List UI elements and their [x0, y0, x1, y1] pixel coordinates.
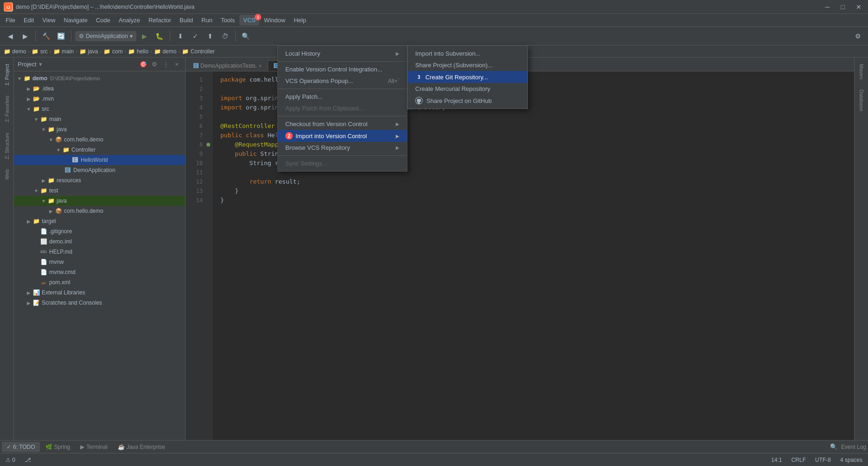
- tree-mvnw[interactable]: ▶ 📄 mvnw: [14, 257, 185, 267]
- status-git-branch[interactable]: ⎇: [23, 456, 33, 464]
- share-project-subversion[interactable]: Share Project (Subversion)...: [408, 59, 527, 71]
- right-tab-maven[interactable]: Maven: [856, 59, 867, 84]
- menu-view[interactable]: View: [39, 15, 59, 26]
- menu-window[interactable]: Window: [260, 15, 289, 26]
- sidebar-tab-structure[interactable]: Z: Structure: [1, 128, 13, 164]
- menu-help[interactable]: Help: [290, 15, 310, 26]
- panel-locate-button[interactable]: 🎯: [139, 60, 148, 69]
- tree-mvn[interactable]: ▶ 📂 .mvn: [14, 94, 185, 104]
- toolbar-vcs-push-button[interactable]: ⬆: [204, 30, 217, 43]
- tree-helloworld[interactable]: ▶ 🅲 HelloWorld: [14, 155, 185, 165]
- tree-resources[interactable]: ▶ 📁 resources: [14, 175, 185, 185]
- panel-settings-button[interactable]: ⚙: [150, 60, 159, 69]
- toolbar-vcs-update-button[interactable]: ⬇: [174, 30, 187, 43]
- vcs-menu-import[interactable]: 2 Import into Version Control ▶: [278, 130, 407, 142]
- vcs-menu-browse[interactable]: Browse VCS Repository ▶: [278, 142, 407, 153]
- checkout-arrow: ▶: [396, 121, 399, 127]
- terminal-icon: ▶: [80, 444, 84, 450]
- tab-close-tests[interactable]: ×: [259, 64, 262, 69]
- tab-demo-application-tests[interactable]: 🅲 DemoApplicationTests. ×: [187, 60, 268, 71]
- sidebar-tab-project[interactable]: 1: Project: [1, 59, 13, 90]
- bottom-tab-terminal[interactable]: ▶ Terminal: [76, 442, 112, 452]
- menu-code[interactable]: Code: [92, 15, 114, 26]
- sidebar-tab-favorites[interactable]: 2: Favorites: [1, 91, 13, 127]
- create-git-repo[interactable]: 3 Create Git Repository...: [408, 71, 527, 83]
- tree-src[interactable]: ▼ 📁 src: [14, 104, 185, 114]
- menu-run[interactable]: Run: [198, 15, 216, 26]
- status-position[interactable]: 14:1: [769, 456, 784, 464]
- tree-com-hello-demo[interactable]: ▼ 📦 com.hello.demo: [14, 134, 185, 145]
- tree-demo-iml[interactable]: ▶ ⬜ demo.iml: [14, 236, 185, 247]
- tree-test-com[interactable]: ▶ 📦 com.hello.demo: [14, 206, 185, 216]
- tree-help-md[interactable]: ▶ MD HELP.md: [14, 247, 185, 257]
- vcs-menu-apply-patch[interactable]: Apply Patch...: [278, 91, 407, 102]
- share-github[interactable]: Share Project on GitHub: [408, 95, 527, 107]
- tree-idea[interactable]: ▶ 📂 .idea: [14, 83, 185, 94]
- toolbar-forward-button[interactable]: ▶: [19, 30, 32, 43]
- status-encoding[interactable]: UTF-8: [813, 456, 833, 464]
- menu-tools[interactable]: Tools: [217, 15, 238, 26]
- toolbar-search-everywhere-button[interactable]: 🔍: [239, 30, 252, 43]
- toolbar-vcs-commit-button[interactable]: ✓: [189, 30, 202, 43]
- toolbar-build-button[interactable]: 🔨: [39, 30, 52, 43]
- breadcrumb-java[interactable]: 📁 java: [79, 48, 98, 55]
- tree-pom-xml[interactable]: ▶ 𝓂 pom.xml: [14, 277, 185, 287]
- tree-mvnw-cmd[interactable]: ▶ 📄 mvnw.cmd: [14, 267, 185, 277]
- bottom-tab-java-enterprise[interactable]: ☕ Java Enterprise: [113, 442, 170, 452]
- tree-iml-icon: ⬜: [40, 238, 47, 245]
- menu-file[interactable]: File: [2, 15, 19, 26]
- tree-root-label: demo: [32, 75, 47, 82]
- breadcrumb-controller[interactable]: 📁 Controller: [182, 48, 214, 55]
- run-button[interactable]: ▶: [138, 30, 151, 43]
- menu-navigate[interactable]: Navigate: [60, 15, 91, 26]
- tree-test-java[interactable]: ▼ 📁 java: [14, 196, 185, 206]
- menu-refactor[interactable]: Refactor: [145, 15, 175, 26]
- tree-target[interactable]: ▶ 📁 target: [14, 216, 185, 226]
- close-button[interactable]: ✕: [853, 2, 864, 12]
- vcs-menu-enable-vci[interactable]: Enable Version Control Integration...: [278, 64, 407, 75]
- menu-vcs[interactable]: VCS 1: [239, 15, 259, 26]
- breadcrumb-main[interactable]: 📁 main: [53, 48, 74, 55]
- tree-demoapplication[interactable]: ▶ 🅲 DemoApplication: [14, 165, 185, 175]
- maximize-button[interactable]: □: [838, 2, 848, 12]
- right-tab-database[interactable]: Database: [856, 85, 867, 116]
- toolbar-back-button[interactable]: ◀: [4, 30, 17, 43]
- toolbar-sync-button[interactable]: 🔄: [54, 30, 67, 43]
- vcs-menu-local-history[interactable]: Local History ▶: [278, 48, 407, 59]
- tree-main-java[interactable]: ▼ 📁 java: [14, 124, 185, 134]
- minimize-button[interactable]: ─: [823, 2, 833, 12]
- menu-analyze[interactable]: Analyze: [115, 15, 144, 26]
- menu-build[interactable]: Build: [176, 15, 197, 26]
- tree-test[interactable]: ▼ 📁 test: [14, 185, 185, 196]
- tree-gitignore[interactable]: ▶ 📄 .gitignore: [14, 226, 185, 236]
- tree-external-libs[interactable]: ▶ 📊 External Libraries: [14, 287, 185, 298]
- event-log-label[interactable]: Event Log: [841, 444, 866, 450]
- breadcrumb-src[interactable]: 📁 src: [32, 48, 47, 55]
- toolbar-vcs-history-button[interactable]: ⏱: [219, 30, 231, 43]
- panel-gear-button[interactable]: ⋮: [161, 60, 170, 69]
- vcs-menu-checkout[interactable]: Checkout from Version Control ▶: [278, 118, 407, 130]
- create-mercurial-repo[interactable]: Create Mercurial Repository: [408, 83, 527, 95]
- vcs-menu-operations-popup[interactable]: VCS Operations Popup... Alt+`: [278, 75, 407, 87]
- bottom-tab-todo[interactable]: ✓ 6: TODO: [2, 442, 40, 452]
- menu-edit[interactable]: Edit: [20, 15, 38, 26]
- todo-label: 6: TODO: [13, 444, 35, 450]
- tree-main[interactable]: ▼ 📁 main: [14, 114, 185, 124]
- breadcrumb-demo2[interactable]: 📁 demo: [154, 48, 176, 55]
- breadcrumb-demo[interactable]: 📁 demo: [4, 48, 26, 55]
- toolbar-settings-button[interactable]: ⚙: [851, 30, 864, 43]
- status-indent[interactable]: 4 spaces: [838, 456, 864, 464]
- sidebar-tab-web[interactable]: Web: [1, 165, 13, 184]
- tree-scratches[interactable]: ▶ 📝 Scratches and Consoles: [14, 298, 185, 308]
- import-subversion[interactable]: Import into Subversion...: [408, 48, 527, 59]
- debug-button[interactable]: 🐛: [153, 30, 166, 43]
- status-warnings[interactable]: ⚠ 0: [4, 456, 17, 464]
- run-config-selector[interactable]: ⚙ DemoApplication ▾: [75, 31, 136, 41]
- status-line-ending[interactable]: CRLF: [790, 456, 808, 464]
- bottom-tab-spring[interactable]: 🌿 Spring: [41, 442, 75, 452]
- tree-controller[interactable]: ▼ 📁 Controller: [14, 145, 185, 155]
- tree-root-demo[interactable]: ▼ 📁 demo D:\IDEA\Project\demo: [14, 73, 185, 83]
- panel-close-button[interactable]: ×: [172, 60, 181, 69]
- breadcrumb-com[interactable]: 📁 com: [103, 48, 122, 55]
- breadcrumb-hello[interactable]: 📁 hello: [128, 48, 148, 55]
